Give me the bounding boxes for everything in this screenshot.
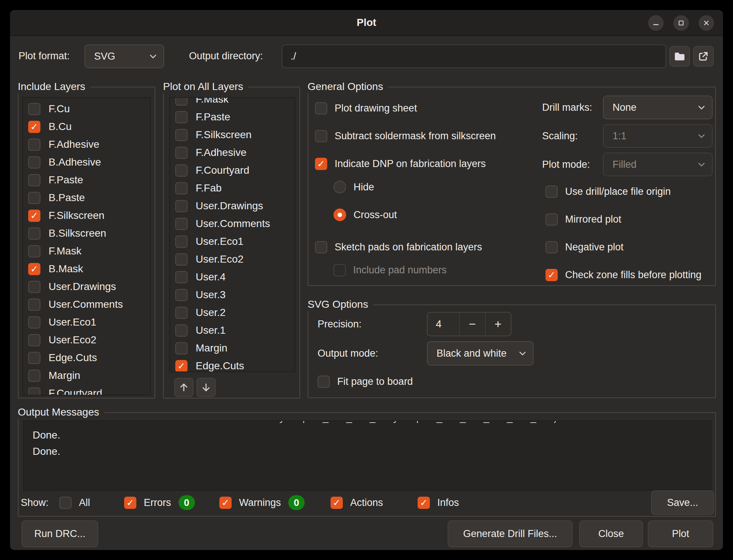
layer-row[interactable]: B.Mask: [23, 260, 150, 278]
browse-directory-button[interactable]: [669, 46, 690, 67]
layer-checkbox[interactable]: [175, 236, 188, 248]
layer-row[interactable]: User.Eco2: [23, 331, 150, 349]
layer-row[interactable]: Edge.Cuts: [170, 357, 295, 372]
layer-row[interactable]: Edge.Cuts: [23, 349, 150, 367]
generate-drill-files-button[interactable]: Generate Drill Files...: [448, 520, 573, 547]
show-infos-checkbox[interactable]: [418, 497, 430, 509]
open-directory-external-button[interactable]: [693, 46, 714, 67]
layer-row[interactable]: User.Drawings: [23, 278, 150, 296]
mirrored-plot-option[interactable]: Mirrored plot: [545, 212, 621, 227]
fit-page-to-board-checkbox[interactable]: [318, 376, 330, 388]
plot-format-dropdown[interactable]: SVG: [84, 44, 164, 68]
layer-row[interactable]: F.Mask: [23, 242, 150, 260]
sketch-pads-checkbox[interactable]: [315, 241, 327, 253]
layer-checkbox[interactable]: [175, 271, 188, 283]
precision-increment-button[interactable]: +: [485, 313, 511, 336]
plot-drawing-sheet-option[interactable]: Plot drawing sheet: [315, 101, 417, 116]
close-dialog-button[interactable]: Close: [579, 520, 643, 547]
layer-checkbox[interactable]: [175, 360, 188, 372]
layer-checkbox[interactable]: [175, 111, 188, 123]
layer-checkbox[interactable]: [28, 210, 40, 222]
precision-spinner[interactable]: 4 − +: [427, 312, 511, 336]
show-infos-option[interactable]: Infos: [418, 495, 459, 510]
close-button[interactable]: [699, 15, 714, 31]
layer-row[interactable]: F.Courtyard: [23, 384, 150, 396]
show-all-checkbox[interactable]: [59, 497, 72, 509]
layer-row[interactable]: User.4: [170, 268, 295, 286]
layer-row[interactable]: User.Eco1: [170, 233, 295, 250]
layer-checkbox[interactable]: [28, 387, 40, 396]
layer-checkbox[interactable]: [28, 174, 40, 186]
use-drill-place-origin-option[interactable]: Use drill/place file origin: [545, 184, 671, 199]
layer-row[interactable]: F.Courtyard: [170, 161, 295, 179]
show-warnings-checkbox[interactable]: [219, 497, 232, 509]
show-actions-checkbox[interactable]: [331, 497, 343, 509]
run-drc-button[interactable]: Run DRC...: [21, 520, 98, 547]
layer-checkbox[interactable]: [28, 245, 40, 257]
layer-row[interactable]: B.Paste: [23, 189, 150, 207]
layer-row[interactable]: User.Comments: [23, 296, 150, 313]
layer-checkbox[interactable]: [175, 182, 188, 194]
precision-value[interactable]: 4: [428, 313, 459, 336]
output-mode-dropdown[interactable]: Black and white: [427, 341, 534, 366]
layer-row[interactable]: F.Cu: [23, 100, 150, 118]
subtract-soldermask-option[interactable]: Subtract soldermask from silkscreen: [315, 129, 496, 143]
layer-checkbox[interactable]: [28, 352, 40, 364]
subtract-soldermask-checkbox[interactable]: [315, 130, 327, 142]
indicate-dnp-checkbox[interactable]: [315, 158, 327, 170]
dnp-hide-radio[interactable]: [334, 181, 346, 193]
maximize-button[interactable]: [673, 15, 689, 31]
layer-row[interactable]: User.Eco2: [170, 250, 295, 268]
layer-row[interactable]: B.Cu: [23, 118, 150, 136]
layer-row[interactable]: F.Silkscreen: [23, 207, 150, 224]
scaling-dropdown[interactable]: 1:1: [603, 124, 713, 148]
layer-checkbox[interactable]: [175, 218, 188, 230]
layer-row[interactable]: User.3: [170, 286, 295, 304]
layer-row[interactable]: F.Adhesive: [23, 136, 150, 153]
layer-checkbox[interactable]: [28, 299, 40, 311]
layer-row[interactable]: User.Comments: [170, 215, 295, 233]
drill-marks-dropdown[interactable]: None: [603, 96, 713, 119]
layer-checkbox[interactable]: [175, 97, 188, 106]
show-errors-checkbox[interactable]: [124, 497, 136, 509]
mirrored-plot-checkbox[interactable]: [545, 213, 558, 226]
layer-checkbox[interactable]: [175, 324, 188, 337]
output-directory-input[interactable]: ./: [282, 44, 666, 68]
indicate-dnp-option[interactable]: Indicate DNP on fabrication layers: [315, 156, 486, 171]
layer-row[interactable]: Margin: [170, 339, 295, 357]
layer-row[interactable]: F.Silkscreen: [170, 126, 295, 144]
fit-page-to-board-option[interactable]: Fit page to board: [318, 374, 413, 389]
minimize-button[interactable]: [648, 15, 664, 31]
save-messages-button[interactable]: Save...: [651, 490, 714, 515]
layer-row[interactable]: User.2: [170, 304, 295, 321]
negative-plot-checkbox[interactable]: [545, 241, 558, 253]
plot-mode-dropdown[interactable]: Filled: [603, 153, 713, 176]
layer-row[interactable]: User.1: [170, 321, 295, 339]
output-messages-area[interactable]: y | _ _ _ y | _ _ _ _ _ ) Done. Done.: [23, 420, 712, 491]
dnp-cross-out-option[interactable]: Cross-out: [334, 207, 397, 222]
show-all-option[interactable]: All: [59, 495, 90, 510]
layer-checkbox[interactable]: [28, 227, 40, 240]
show-actions-option[interactable]: Actions: [331, 495, 383, 510]
move-layer-down-button[interactable]: [196, 378, 216, 397]
layer-row[interactable]: F.Mask: [170, 97, 295, 108]
layer-checkbox[interactable]: [175, 342, 188, 354]
layer-checkbox[interactable]: [175, 147, 188, 159]
layer-row[interactable]: User.Drawings: [170, 197, 295, 215]
sketch-pads-option[interactable]: Sketch pads on fabrication layers: [315, 240, 482, 254]
layer-checkbox[interactable]: [175, 253, 188, 266]
layer-row[interactable]: F.Paste: [23, 171, 150, 189]
layer-checkbox[interactable]: [28, 156, 40, 169]
layer-checkbox[interactable]: [28, 370, 40, 382]
layer-checkbox[interactable]: [175, 289, 188, 301]
use-drill-place-origin-checkbox[interactable]: [545, 186, 558, 198]
dnp-cross-out-radio[interactable]: [334, 209, 346, 221]
titlebar[interactable]: Plot: [10, 10, 723, 36]
layer-checkbox[interactable]: [175, 164, 188, 177]
show-warnings-option[interactable]: Warnings 0: [219, 495, 305, 510]
layer-checkbox[interactable]: [175, 307, 188, 319]
layer-row[interactable]: F.Adhesive: [170, 144, 295, 161]
negative-plot-option[interactable]: Negative plot: [545, 240, 624, 254]
move-layer-up-button[interactable]: [174, 378, 193, 397]
layer-checkbox[interactable]: [28, 103, 40, 115]
